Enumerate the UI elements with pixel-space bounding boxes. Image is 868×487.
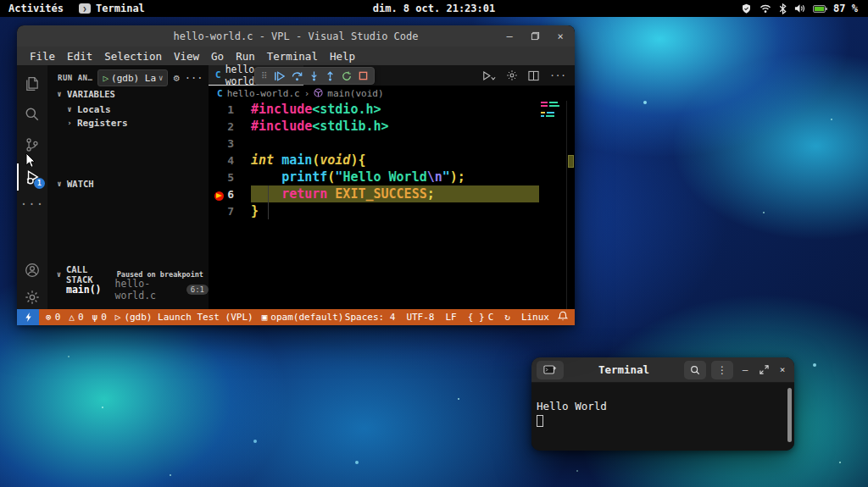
registers-item[interactable]: › Registers — [47, 116, 209, 130]
menu-help[interactable]: Help — [324, 48, 361, 64]
launch-config-dropdown[interactable]: ▷ (gdb) La ∨ — [97, 69, 168, 86]
chevron-down-icon: ∨ — [159, 74, 163, 82]
code-editor[interactable]: 1#include<stdio.h>2#include<stdlib.h>34i… — [209, 101, 575, 309]
vscode-titlebar[interactable]: hello-world.c - VPL - Visual Studio Code… — [17, 25, 575, 47]
terminal-output[interactable]: Hello World — [531, 383, 794, 451]
status-opam[interactable]: ▣opam(default) — [262, 312, 344, 323]
new-tab-button[interactable] — [537, 361, 564, 379]
status-errors[interactable]: ⊗0 — [46, 312, 60, 323]
run-menu-icon[interactable] — [482, 70, 496, 81]
minimap[interactable] — [541, 102, 566, 119]
breakpoint-paused-icon[interactable] — [214, 191, 224, 201]
account-icon[interactable] — [17, 257, 47, 284]
step-out-button[interactable] — [326, 71, 335, 81]
activities-button[interactable]: Activités — [8, 3, 64, 14]
menu-go[interactable]: Go — [205, 48, 230, 64]
code-line-7[interactable]: 7} — [209, 202, 575, 219]
variables-section[interactable]: ∨ VARIABLES — [47, 87, 209, 101]
step-over-button[interactable] — [292, 71, 303, 81]
gutter[interactable]: 3 — [209, 137, 251, 150]
line-number: 4 — [209, 154, 242, 167]
menu-run[interactable]: Run — [230, 48, 261, 64]
bluetooth-icon — [779, 3, 787, 14]
menu-view[interactable]: View — [168, 48, 205, 64]
explorer-icon[interactable] — [17, 70, 47, 97]
code-text: #include<stdlib.h> — [251, 118, 539, 135]
minimize-button[interactable]: – — [738, 363, 752, 377]
bell-icon[interactable] — [558, 311, 575, 324]
breadcrumb-symbol[interactable]: main(void) — [327, 88, 383, 99]
restore-button[interactable] — [757, 363, 771, 377]
close-button[interactable]: × — [554, 30, 566, 42]
gutter[interactable]: 1 — [209, 103, 251, 116]
code-line-2[interactable]: 2#include<stdlib.h> — [209, 118, 575, 135]
menu-edit[interactable]: Edit — [61, 48, 98, 64]
stack-frame-row[interactable]: main() hello-world.c 6:1 — [47, 282, 209, 297]
gutter[interactable]: 7 — [209, 205, 251, 218]
symbol-method-icon — [314, 88, 323, 99]
settings-gear-icon[interactable] — [17, 284, 47, 311]
opam-icon: ▣ — [262, 312, 268, 323]
status-warnings[interactable]: △0 — [69, 312, 83, 323]
close-button[interactable]: × — [776, 363, 789, 377]
continue-button[interactable] — [274, 71, 285, 81]
locals-item[interactable]: ∨ Locals — [47, 102, 209, 116]
tab-bar: C hello-world.c ··· ⠿ — [209, 65, 575, 86]
debug-settings-gear-icon[interactable]: ⚙ — [173, 72, 179, 84]
menu-selection[interactable]: Selection — [98, 48, 168, 64]
restart-button[interactable] — [342, 71, 352, 81]
editor-more-icon[interactable]: ··· — [549, 70, 566, 81]
code-line-5[interactable]: 5 printf("Hello World\n"); — [209, 169, 575, 185]
status-os[interactable]: Linux — [521, 312, 549, 323]
terminal-title: Terminal — [569, 363, 679, 376]
breadcrumb-file[interactable]: hello-world.c — [227, 88, 300, 99]
gutter[interactable]: 4 — [209, 154, 251, 167]
gutter[interactable]: 6 — [209, 188, 251, 201]
breadcrumb[interactable]: C hello-world.c › main(void) — [209, 86, 575, 101]
wifi-icon — [760, 3, 771, 14]
status-language-mode[interactable]: { }C — [468, 312, 494, 323]
terminal-window: Terminal ⋮ – × Hello World — [531, 357, 794, 451]
terminal-output-line: Hello World — [537, 400, 787, 412]
search-icon[interactable] — [17, 101, 47, 128]
split-editor-icon[interactable] — [528, 70, 539, 81]
watch-section[interactable]: ∨ WATCH — [47, 177, 209, 191]
status-indentation[interactable]: Spaces: 4 — [345, 312, 396, 323]
status-sync[interactable]: ↻ — [504, 312, 510, 323]
step-into-button[interactable] — [309, 71, 319, 81]
code-text: #include<stdio.h> — [251, 101, 539, 118]
code-line-4[interactable]: 4int main(void){ — [209, 152, 575, 169]
scrollbar-thumb[interactable] — [568, 155, 574, 168]
status-ports[interactable]: ψ0 — [92, 312, 107, 323]
code-line-6[interactable]: 6 return EXIT_SUCCESS; — [209, 185, 575, 202]
stop-button[interactable] — [359, 71, 368, 80]
gutter[interactable]: 2 — [209, 120, 251, 133]
status-encoding[interactable]: UTF-8 — [406, 312, 434, 323]
terminal-scrollbar[interactable] — [787, 388, 792, 442]
ports-icon: ψ — [92, 312, 98, 323]
remote-indicator[interactable] — [17, 309, 39, 325]
start-debug-icon[interactable]: ▷ — [103, 73, 108, 84]
drag-grip-icon[interactable]: ⠿ — [261, 71, 267, 80]
search-button[interactable] — [684, 361, 706, 379]
line-number: 2 — [209, 120, 242, 133]
scrollbar[interactable] — [566, 101, 575, 309]
warnings-icon: △ — [69, 312, 75, 323]
menu-file[interactable]: File — [24, 48, 61, 64]
battery-icon — [813, 5, 826, 13]
minimize-button[interactable]: – — [504, 30, 515, 42]
code-line-1[interactable]: 1#include<stdio.h> — [209, 101, 575, 118]
additional-views-icon[interactable]: ··· — [17, 191, 47, 218]
sidebar-more-icon[interactable]: ··· — [185, 72, 203, 84]
status-eol[interactable]: LF — [446, 312, 457, 323]
code-line-3[interactable]: 3 — [209, 135, 575, 152]
system-tray[interactable]: 87 % — [741, 3, 868, 14]
terminal-headerbar[interactable]: Terminal ⋮ – × — [531, 357, 794, 383]
menu-kebab-button[interactable]: ⋮ — [711, 361, 733, 379]
focused-app-indicator[interactable]: ❯ Terminal — [79, 3, 145, 14]
editor-gear-icon[interactable] — [506, 69, 518, 81]
gutter[interactable]: 5 — [209, 171, 251, 184]
menu-terminal[interactable]: Terminal — [261, 48, 324, 64]
restore-button[interactable] — [529, 30, 541, 42]
status-debug-launch[interactable]: ▷(gdb) Launch Test (VPL) — [115, 312, 253, 323]
